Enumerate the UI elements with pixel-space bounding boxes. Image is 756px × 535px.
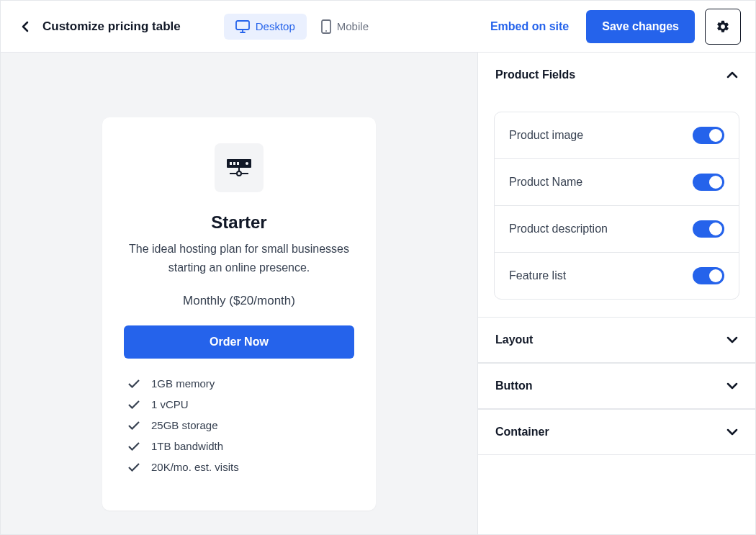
chevron-left-icon xyxy=(22,21,29,32)
preview-canvas: Starter The ideal hosting plan for small… xyxy=(1,53,478,535)
feature-text: 25GB storage xyxy=(151,419,218,431)
product-image-placeholder xyxy=(215,143,264,192)
section-title: Container xyxy=(495,426,549,439)
chevron-down-icon xyxy=(726,428,738,436)
toggle-product-description[interactable] xyxy=(693,220,724,238)
section-layout[interactable]: Layout xyxy=(478,317,755,363)
settings-button[interactable] xyxy=(705,9,741,45)
product-description: The ideal hosting plan for small busines… xyxy=(124,240,354,277)
feature-item: 1GB memory xyxy=(128,377,354,390)
feature-text: 1GB memory xyxy=(151,377,215,390)
chevron-down-icon xyxy=(726,336,738,343)
svg-point-2 xyxy=(325,30,327,32)
check-icon xyxy=(128,421,140,430)
section-product-fields[interactable]: Product Fields xyxy=(478,53,755,97)
product-fields-group: Product image Product Name Product descr… xyxy=(494,112,739,300)
section-title: Layout xyxy=(495,333,533,346)
svg-rect-0 xyxy=(236,21,249,30)
field-product-name: Product Name xyxy=(495,159,739,206)
chevron-up-icon xyxy=(726,71,738,78)
server-icon xyxy=(225,158,253,178)
mobile-view-button[interactable]: Mobile xyxy=(310,14,380,40)
mobile-view-label: Mobile xyxy=(337,20,369,32)
feature-item: 1 vCPU xyxy=(128,398,354,410)
view-toggle: Desktop Mobile xyxy=(224,14,380,40)
section-title: Product Fields xyxy=(495,68,575,81)
monitor-icon xyxy=(235,20,250,33)
chevron-down-icon xyxy=(726,382,738,390)
feature-text: 1TB bandwidth xyxy=(151,440,223,452)
feature-list: 1GB memory 1 vCPU 25GB storage 1TB bandw… xyxy=(124,377,354,473)
section-title: Button xyxy=(495,379,533,392)
feature-item: 1TB bandwidth xyxy=(128,440,354,452)
pricing-card: Starter The ideal hosting plan for small… xyxy=(102,117,376,511)
check-icon xyxy=(128,442,140,451)
svg-rect-6 xyxy=(237,162,239,165)
product-name: Starter xyxy=(124,212,354,233)
svg-rect-4 xyxy=(230,162,232,165)
toggle-feature-list[interactable] xyxy=(693,267,724,284)
svg-point-10 xyxy=(237,171,241,176)
check-icon xyxy=(128,463,140,472)
feature-item: 25GB storage xyxy=(128,419,354,431)
product-price: Monthly ($20/month) xyxy=(124,294,354,308)
feature-item: 20K/mo. est. visits xyxy=(128,461,354,473)
toggle-product-image[interactable] xyxy=(693,127,724,144)
top-bar: Customize pricing table Desktop Mobile E… xyxy=(1,1,755,53)
section-button[interactable]: Button xyxy=(478,363,755,409)
embed-link[interactable]: Embed on site xyxy=(490,20,569,33)
field-feature-list: Feature list xyxy=(495,253,739,299)
desktop-view-button[interactable]: Desktop xyxy=(224,14,307,40)
section-container[interactable]: Container xyxy=(478,409,755,455)
svg-point-7 xyxy=(246,162,248,165)
field-label: Feature list xyxy=(509,269,566,282)
field-label: Product Name xyxy=(509,176,582,189)
field-product-description: Product description xyxy=(495,206,739,253)
order-button[interactable]: Order Now xyxy=(124,325,354,359)
field-product-image: Product image xyxy=(495,112,739,159)
svg-rect-5 xyxy=(233,162,235,165)
page-title: Customize pricing table xyxy=(42,19,181,34)
feature-text: 20K/mo. est. visits xyxy=(151,461,239,473)
field-label: Product description xyxy=(509,222,608,235)
save-button[interactable]: Save changes xyxy=(586,10,695,43)
check-icon xyxy=(128,400,140,409)
mobile-icon xyxy=(321,19,331,34)
back-button[interactable] xyxy=(15,17,35,37)
check-icon xyxy=(128,379,140,388)
field-label: Product image xyxy=(509,129,583,142)
desktop-view-label: Desktop xyxy=(256,20,295,32)
gear-icon xyxy=(716,19,730,34)
feature-text: 1 vCPU xyxy=(151,398,189,410)
sidebar: Product Fields Product image Product Nam… xyxy=(478,53,755,535)
toggle-product-name[interactable] xyxy=(693,174,724,191)
